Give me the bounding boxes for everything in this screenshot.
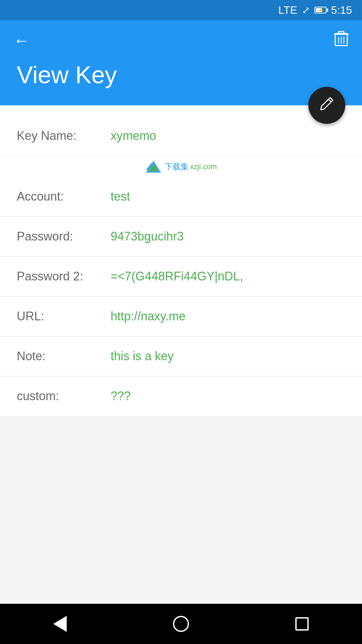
key-name-label: Key Name: [17, 129, 111, 143]
time-display: 5:15 [331, 4, 352, 16]
back-button[interactable]: ← [13, 33, 29, 49]
delete-button[interactable] [334, 30, 349, 51]
signal-icon: ⤢ [302, 5, 310, 16]
content-area: Key Name: xymemo 下载集 xzji.com Account: t… [0, 105, 362, 416]
key-name-value[interactable]: xymemo [111, 129, 345, 143]
home-nav-icon [173, 616, 189, 632]
nav-recent-button[interactable] [295, 617, 309, 631]
field-row-password2: Password 2: =<7(G448RFi44GY|nDL, [0, 257, 362, 297]
battery-icon: ⚡ [314, 7, 326, 13]
password-label: Password: [17, 229, 111, 244]
account-value[interactable]: test [111, 190, 345, 204]
watermark-label: 下载集 [165, 161, 189, 172]
custom-value[interactable]: ??? [111, 389, 345, 403]
field-row-key-name: Key Name: xymemo [0, 112, 362, 157]
url-value[interactable]: http://naxy.me [111, 309, 345, 323]
page-title: View Key [13, 61, 349, 89]
password2-value[interactable]: =<7(G448RFi44GY|nDL, [111, 269, 345, 283]
back-nav-icon [53, 616, 67, 632]
edit-icon [319, 96, 335, 115]
field-row-password: Password: 9473bgucihr3 [0, 217, 362, 257]
field-row-note: Note: this is a key [0, 336, 362, 376]
watermark: 下载集 xzji.com [0, 157, 362, 177]
watermark-site: xzji.com [190, 162, 217, 171]
note-value[interactable]: this is a key [111, 349, 345, 363]
app-bar: ← View Key [0, 20, 362, 105]
svg-line-6 [328, 99, 331, 102]
battery-container: ⚡ [314, 7, 326, 13]
status-bar-right: LTE ⤢ ⚡ 5:15 [278, 4, 352, 16]
nav-home-button[interactable] [173, 616, 189, 632]
note-label: Note: [17, 349, 111, 363]
field-row-custom: custom: ??? [0, 376, 362, 416]
status-bar: LTE ⤢ ⚡ 5:15 [0, 0, 362, 20]
password2-label: Password 2: [17, 269, 111, 283]
nav-back-button[interactable] [53, 616, 67, 632]
custom-label: custom: [17, 389, 111, 403]
url-label: URL: [17, 309, 111, 323]
network-indicator: LTE [278, 4, 297, 16]
edit-fab-button[interactable] [308, 87, 345, 124]
bottom-nav [0, 604, 362, 644]
field-row-url: URL: http://naxy.me [0, 297, 362, 336]
recent-nav-icon [295, 617, 309, 631]
password-value[interactable]: 9473bgucihr3 [111, 229, 345, 244]
app-bar-top: ← [13, 30, 349, 51]
field-row-account: Account: test [0, 177, 362, 217]
account-label: Account: [17, 190, 111, 204]
